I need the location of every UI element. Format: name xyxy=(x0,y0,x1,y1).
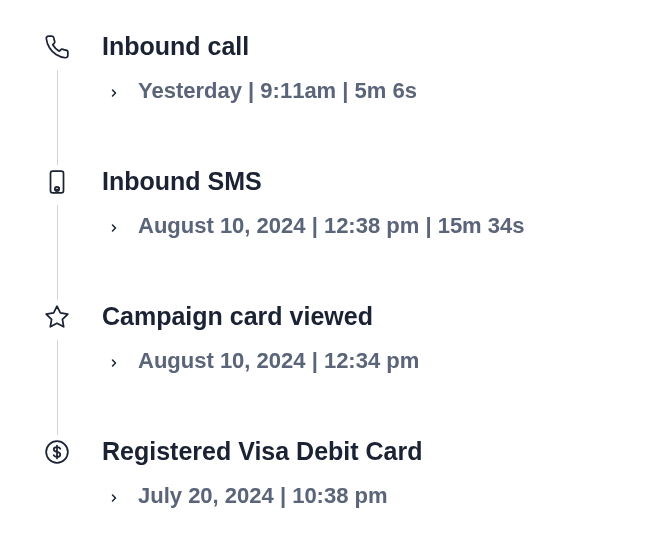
chevron-right-icon xyxy=(108,355,120,367)
timeline-item-content: Registered Visa Debit Card July 20, 2024… xyxy=(102,435,632,510)
timeline-item-meta: August 10, 2024 | 12:34 pm xyxy=(138,347,419,376)
timeline-item[interactable]: Campaign card viewed August 10, 2024 | 1… xyxy=(40,300,632,435)
timeline-connector xyxy=(57,70,58,170)
timeline-item[interactable]: Registered Visa Debit Card July 20, 2024… xyxy=(40,435,632,510)
timeline-item-meta: August 10, 2024 | 12:38 pm | 15m 34s xyxy=(138,212,525,241)
chevron-right-icon xyxy=(108,220,120,232)
timeline-item-meta-row[interactable]: Yesterday | 9:11am | 5m 6s xyxy=(102,77,632,106)
timeline-item-title: Registered Visa Debit Card xyxy=(102,435,632,468)
timeline-item-content: Inbound call Yesterday | 9:11am | 5m 6s xyxy=(102,30,632,105)
timeline-item-meta-row[interactable]: August 10, 2024 | 12:34 pm xyxy=(102,347,632,376)
chevron-right-icon xyxy=(108,490,120,502)
activity-timeline: Inbound call Yesterday | 9:11am | 5m 6s … xyxy=(40,30,632,510)
timeline-connector xyxy=(57,205,58,305)
timeline-item-meta-row[interactable]: July 20, 2024 | 10:38 pm xyxy=(102,482,632,511)
svg-marker-1 xyxy=(46,306,68,327)
timeline-item-title: Inbound call xyxy=(102,30,632,63)
phone-icon xyxy=(40,30,74,64)
star-icon xyxy=(40,300,74,334)
timeline-item-meta: Yesterday | 9:11am | 5m 6s xyxy=(138,77,417,106)
timeline-item[interactable]: Inbound call Yesterday | 9:11am | 5m 6s xyxy=(40,30,632,165)
timeline-item-meta: July 20, 2024 | 10:38 pm xyxy=(138,482,388,511)
timeline-item-title: Inbound SMS xyxy=(102,165,632,198)
timeline-item-content: Campaign card viewed August 10, 2024 | 1… xyxy=(102,300,632,375)
timeline-item-content: Inbound SMS August 10, 2024 | 12:38 pm |… xyxy=(102,165,632,240)
dollar-icon xyxy=(40,435,74,469)
timeline-item-meta-row[interactable]: August 10, 2024 | 12:38 pm | 15m 34s xyxy=(102,212,632,241)
timeline-connector xyxy=(57,340,58,440)
timeline-item-title: Campaign card viewed xyxy=(102,300,632,333)
sms-icon xyxy=(40,165,74,199)
chevron-right-icon xyxy=(108,85,120,97)
timeline-item[interactable]: Inbound SMS August 10, 2024 | 12:38 pm |… xyxy=(40,165,632,300)
